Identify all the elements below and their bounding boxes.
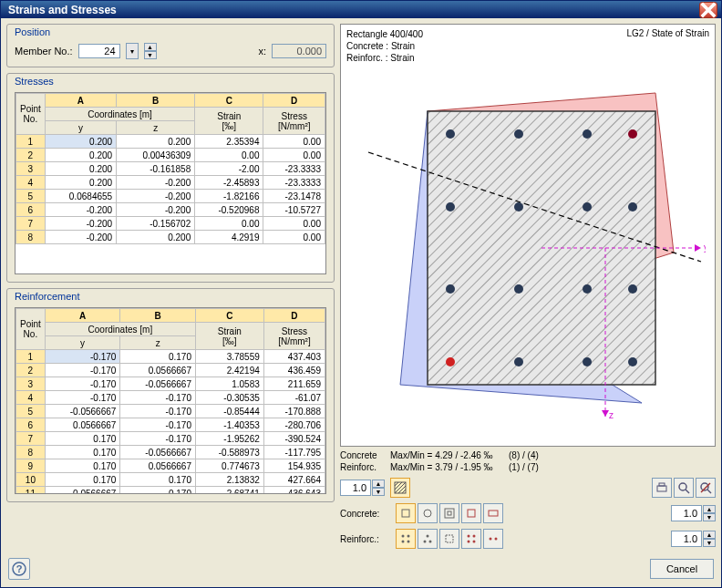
global-scale-input[interactable] <box>340 480 371 496</box>
cell-stress[interactable]: -117.795 <box>263 446 325 459</box>
cell-stress[interactable]: -10.5727 <box>263 203 325 217</box>
table-row[interactable]: 80.170-0.0566667-0.588973-117.795 <box>16 446 325 459</box>
cell-y[interactable]: 0.200 <box>45 176 116 190</box>
stresses-table-wrap[interactable]: Point No. A B C D Coordinates [m] Strain… <box>15 92 326 274</box>
cell-y[interactable]: 0.170 <box>45 459 120 473</box>
cell-z[interactable]: -0.170 <box>120 418 196 432</box>
cell-strain[interactable]: -2.00 <box>195 162 263 176</box>
cell-stress[interactable]: -61.07 <box>263 391 325 405</box>
cell-stress[interactable]: 0.00 <box>263 231 325 244</box>
cell-stress[interactable]: 0.00 <box>263 217 325 231</box>
table-row[interactable]: 6-0.200-0.200-0.520968-10.5727 <box>16 203 325 217</box>
cell-stress[interactable]: -390.524 <box>263 432 325 446</box>
member-no-input[interactable] <box>78 44 120 58</box>
table-row[interactable]: 4-0.170-0.170-0.30535-61.07 <box>16 391 325 405</box>
cell-z[interactable]: -0.156702 <box>117 217 195 231</box>
cell-y[interactable]: 0.0566667 <box>45 418 120 432</box>
cell-strain[interactable]: 4.2919 <box>195 231 263 244</box>
cell-y[interactable]: 0.170 <box>45 432 120 446</box>
cell-z[interactable]: 0.00436309 <box>117 149 195 162</box>
section-viewer[interactable]: Rectangle 400/400 Concrete : Strain Rein… <box>340 24 716 447</box>
table-row[interactable]: 40.200-0.200-2.45893-23.3333 <box>16 176 325 190</box>
conc-mode-5[interactable] <box>483 503 503 523</box>
reinf-mode-1[interactable] <box>396 529 416 549</box>
close-button[interactable] <box>699 2 717 18</box>
table-row[interactable]: 50.0684655-0.200-1.82166-23.1478 <box>16 190 325 203</box>
cell-y[interactable]: 0.170 <box>45 473 120 487</box>
table-row[interactable]: 7-0.200-0.1567020.000.00 <box>16 217 325 231</box>
member-spinner[interactable]: ▲ ▼ <box>144 43 157 59</box>
cell-stress[interactable]: 437.403 <box>263 350 325 364</box>
table-row[interactable]: 30.200-0.161858-2.00-23.3333 <box>16 162 325 176</box>
cell-stress[interactable]: 154.935 <box>263 459 325 473</box>
cell-strain[interactable]: -2.45893 <box>195 176 263 190</box>
cell-z[interactable]: 0.170 <box>120 350 196 364</box>
cell-strain[interactable]: -0.520968 <box>195 203 263 217</box>
cell-strain[interactable]: 2.42194 <box>195 364 263 377</box>
conc-mode-1[interactable] <box>396 503 416 523</box>
cell-stress[interactable]: -23.1478 <box>263 190 325 203</box>
cell-y[interactable]: -0.170 <box>45 391 120 405</box>
table-row[interactable]: 1-0.1700.1703.78559437.403 <box>16 350 325 364</box>
cell-y[interactable]: -0.200 <box>45 231 116 244</box>
cell-z[interactable]: -0.0566667 <box>120 377 196 391</box>
cell-strain[interactable]: -1.82166 <box>195 190 263 203</box>
cell-stress[interactable]: -23.3333 <box>263 176 325 190</box>
cell-z[interactable]: -0.170 <box>120 432 196 446</box>
table-row[interactable]: 8-0.2000.2004.29190.00 <box>16 231 325 244</box>
reinforc-scale-input[interactable] <box>671 531 702 547</box>
cell-strain[interactable]: 0.774673 <box>195 459 263 473</box>
reinforcement-table-wrap[interactable]: Point No. A B C D Coordinates [m] Strain… <box>15 307 326 494</box>
cell-z[interactable]: 0.170 <box>120 473 196 487</box>
cancel-button[interactable]: Cancel <box>650 559 714 579</box>
cell-strain[interactable]: -0.588973 <box>195 446 263 459</box>
zoom-reset-button[interactable] <box>696 478 716 498</box>
cell-z[interactable]: -0.200 <box>117 203 195 217</box>
cell-y[interactable]: -0.170 <box>45 377 120 391</box>
cell-z[interactable]: -0.200 <box>117 190 195 203</box>
table-row[interactable]: 70.170-0.170-1.95262-390.524 <box>16 432 325 446</box>
cell-strain[interactable]: 0.00 <box>195 149 263 162</box>
conc-mode-2[interactable] <box>418 503 438 523</box>
cell-strain[interactable]: 2.35394 <box>195 135 263 149</box>
global-scale-spinner[interactable]: ▲▼ <box>372 480 385 496</box>
cell-stress[interactable]: 427.664 <box>263 473 325 487</box>
concrete-scale-input[interactable] <box>671 505 702 521</box>
member-dropdown[interactable]: ▾ <box>126 43 139 59</box>
cell-y[interactable]: -0.200 <box>45 203 116 217</box>
hatch-mode-button[interactable] <box>390 478 410 498</box>
cell-z[interactable]: 0.200 <box>117 135 195 149</box>
cell-y[interactable]: 0.0566667 <box>45 487 120 495</box>
cell-strain[interactable]: 0.00 <box>195 217 263 231</box>
cell-strain[interactable]: 3.78559 <box>195 350 263 364</box>
cell-z[interactable]: 0.200 <box>117 231 195 244</box>
cell-z[interactable]: -0.200 <box>117 176 195 190</box>
zoom-button[interactable] <box>674 478 694 498</box>
reinf-mode-4[interactable] <box>461 529 481 549</box>
conc-mode-3[interactable] <box>439 503 459 523</box>
print-button[interactable] <box>652 478 672 498</box>
cell-z[interactable]: 0.170 <box>120 487 196 495</box>
cell-strain[interactable]: -1.95262 <box>195 432 263 446</box>
cell-strain[interactable]: -1.40353 <box>195 418 263 432</box>
table-row[interactable]: 20.2000.004363090.000.00 <box>16 149 325 162</box>
cell-stress[interactable]: 0.00 <box>263 149 325 162</box>
cell-y[interactable]: -0.0566667 <box>45 405 120 418</box>
cell-y[interactable]: -0.170 <box>45 364 120 377</box>
table-row[interactable]: 5-0.0566667-0.170-0.85444-170.888 <box>16 405 325 418</box>
cell-strain[interactable]: 1.0583 <box>195 377 263 391</box>
table-row[interactable]: 90.1700.05666670.774673154.935 <box>16 459 325 473</box>
member-spin-up[interactable]: ▲ <box>144 43 157 51</box>
reinf-mode-2[interactable] <box>418 529 438 549</box>
cell-strain[interactable]: -0.30535 <box>195 391 263 405</box>
cell-stress[interactable]: 436.643 <box>263 487 325 495</box>
table-row[interactable]: 100.1700.1702.13832427.664 <box>16 473 325 487</box>
help-button[interactable]: ? <box>8 558 30 580</box>
cell-z[interactable]: -0.0566667 <box>120 446 196 459</box>
cell-z[interactable]: 0.0566667 <box>120 459 196 473</box>
table-row[interactable]: 3-0.170-0.05666671.0583211.659 <box>16 377 325 391</box>
reinf-mode-3[interactable] <box>439 529 459 549</box>
cell-y[interactable]: 0.200 <box>45 135 116 149</box>
cell-y[interactable]: 0.170 <box>45 446 120 459</box>
cell-y[interactable]: -0.200 <box>45 217 116 231</box>
